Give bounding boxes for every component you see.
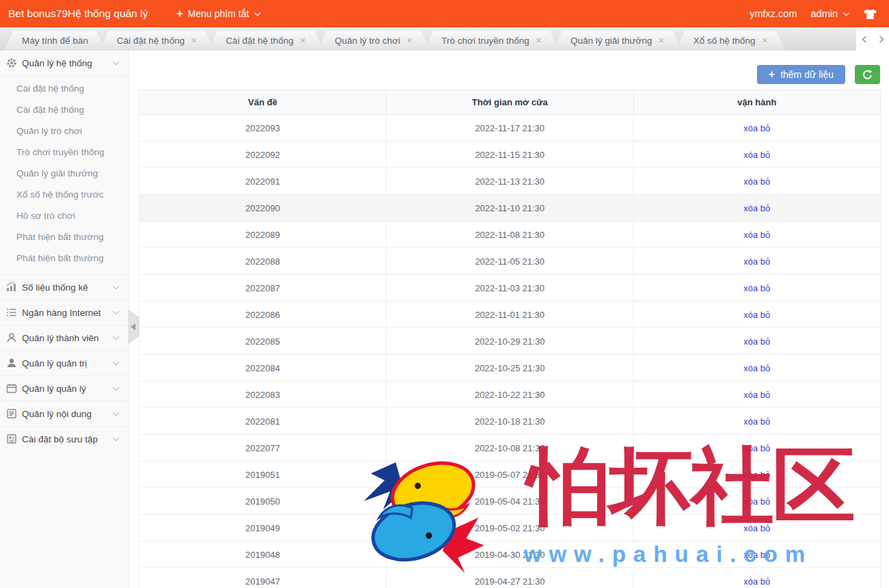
- tab-close-icon[interactable]: ✕: [406, 37, 412, 44]
- chevron-left-icon[interactable]: [859, 31, 869, 46]
- sidebar-item-0-4[interactable]: Quản lý giải thưởng: [0, 163, 128, 184]
- chevron-down-icon: [112, 386, 120, 391]
- issue-cell: 2022092: [140, 142, 386, 168]
- shortcut-menu-button[interactable]: + Menu phím tắt: [176, 8, 261, 19]
- delete-link[interactable]: xóa bỏ: [743, 363, 770, 373]
- chevron-down-icon: [842, 12, 850, 16]
- sidebar-group-0[interactable]: Quản lý hệ thống: [0, 51, 128, 75]
- table-row: 20220912022-11-13 21:30xóa bỏ: [140, 168, 881, 195]
- tab-close-icon[interactable]: ✕: [535, 37, 542, 44]
- sidebar-group-1[interactable]: Số liệu thống kê: [0, 274, 128, 299]
- sidebar-group-label: Quản lý quản lý: [22, 384, 86, 394]
- tab-6[interactable]: Xổ số hệ thống✕: [676, 31, 786, 51]
- user-menu[interactable]: admin: [811, 8, 851, 19]
- member-icon: [6, 332, 17, 343]
- delete-link[interactable]: xóa bỏ: [743, 550, 770, 560]
- action-cell: xóa bỏ: [633, 222, 880, 248]
- sidebar-item-0-6[interactable]: Hồ sơ trò chơi: [0, 205, 128, 226]
- content-icon: [6, 408, 17, 419]
- sidebar-item-0-5[interactable]: Xổ số hệ thống trước: [0, 184, 128, 205]
- column-header-2: vận hành: [633, 90, 880, 115]
- tab-3[interactable]: Quản lý trò chơi✕: [317, 31, 430, 51]
- sidebar-item-0-8[interactable]: Phát hiện bất thường: [0, 248, 128, 269]
- issue-cell: 2022077: [140, 435, 386, 462]
- tab-close-icon[interactable]: ✕: [761, 37, 767, 44]
- open-time-cell: 2022-11-10 21:30: [386, 195, 633, 222]
- chevron-down-icon: [112, 310, 120, 315]
- delete-link[interactable]: xóa bỏ: [743, 123, 770, 133]
- sidebar-group-4[interactable]: Quản lý quản trị: [0, 350, 128, 375]
- tab-close-icon[interactable]: ✕: [658, 37, 664, 44]
- action-cell: xóa bỏ: [633, 302, 880, 328]
- tab-1[interactable]: Cài đặt hệ thống✕: [99, 31, 215, 51]
- delete-link[interactable]: xóa bỏ: [743, 176, 770, 187]
- sidebar-group-6[interactable]: Quản lý nội dung: [0, 401, 128, 426]
- main-content: + thêm dữ liệu Vấn đềThời gian mở cửavận…: [129, 51, 889, 588]
- open-time-cell: 2022-10-18 21:30: [386, 408, 633, 435]
- tab-label: Cài đặt hệ thống: [226, 36, 293, 46]
- sidebar-item-0-1[interactable]: Cài đặt hệ thống: [0, 99, 128, 120]
- delete-link[interactable]: xóa bỏ: [743, 150, 770, 160]
- sidebar-item-0-2[interactable]: Quản lý trò chơi: [0, 120, 128, 142]
- delete-link[interactable]: xóa bỏ: [743, 230, 770, 240]
- sidebar-group-label: Ngân hàng Internet: [22, 308, 101, 318]
- chevron-right-icon[interactable]: [876, 31, 886, 46]
- issue-cell: 2019050: [140, 488, 386, 515]
- table-row: 20220852022-10-29 21:30xóa bỏ: [140, 328, 881, 355]
- delete-link[interactable]: xóa bỏ: [743, 283, 770, 293]
- sidebar: Quản lý hệ thốngCài đặt hệ thốngCài đặt …: [0, 51, 129, 588]
- tab-close-icon[interactable]: ✕: [300, 37, 306, 44]
- delete-link[interactable]: xóa bỏ: [743, 576, 770, 587]
- issue-cell: 2022089: [140, 222, 386, 248]
- action-cell: xóa bỏ: [633, 115, 880, 142]
- delete-link[interactable]: xóa bỏ: [743, 310, 770, 320]
- table-row: 20220932022-11-17 21:30xóa bỏ: [140, 115, 881, 142]
- tab-0[interactable]: Máy tính để bàn: [4, 31, 106, 51]
- tab-close-icon[interactable]: ✕: [191, 37, 197, 44]
- delete-link[interactable]: xóa bỏ: [743, 390, 770, 400]
- delete-link[interactable]: xóa bỏ: [743, 256, 770, 267]
- add-data-button[interactable]: + thêm dữ liệu: [757, 65, 845, 84]
- refresh-button[interactable]: [855, 65, 880, 84]
- sidebar-item-0-3[interactable]: Trò chơi truyền thống: [0, 142, 128, 163]
- tab-label: Quản lý giải thưởng: [570, 36, 652, 46]
- tab-4[interactable]: Trò chơi truyền thống✕: [424, 31, 560, 51]
- sidebar-group-3[interactable]: Quản lý thành viên: [0, 325, 128, 350]
- action-cell: xóa bỏ: [633, 355, 880, 382]
- delete-link[interactable]: xóa bỏ: [743, 496, 770, 507]
- open-time-cell: 2022-10-25 21:30: [386, 355, 633, 382]
- issue-cell: 2022091: [140, 168, 386, 195]
- sidebar-group-label: Số liệu thống kê: [22, 282, 88, 293]
- tab-2[interactable]: Cài đặt hệ thống✕: [208, 31, 323, 51]
- table-row: 20190502019-05-04 21:30xóa bỏ: [140, 488, 881, 515]
- toolbar: + thêm dữ liệu: [129, 51, 889, 84]
- open-time-cell: 2019-05-07 21:30: [386, 462, 633, 488]
- gear-icon: [6, 57, 17, 68]
- delete-link[interactable]: xóa bỏ: [743, 336, 770, 347]
- action-cell: xóa bỏ: [633, 515, 880, 542]
- tab-5[interactable]: Quản lý giải thưởng✕: [553, 31, 682, 51]
- chart-icon: [6, 282, 17, 293]
- action-cell: xóa bỏ: [633, 168, 880, 195]
- table-row: 20190472019-04-27 21:30xóa bỏ: [140, 568, 881, 588]
- issue-cell: 2022081: [140, 408, 386, 435]
- delete-link[interactable]: xóa bỏ: [743, 416, 770, 427]
- action-cell: xóa bỏ: [633, 462, 880, 488]
- sidebar-group-5[interactable]: Quản lý quản lý: [0, 375, 128, 401]
- table-row: 20220842022-10-25 21:30xóa bỏ: [140, 355, 881, 382]
- chevron-down-icon: [254, 12, 261, 16]
- chevron-down-icon: [112, 336, 120, 340]
- sidebar-group-7[interactable]: Cài đặt bộ sưu tập: [0, 426, 128, 451]
- sidebar-item-0-0[interactable]: Cài đặt hệ thống: [0, 78, 128, 99]
- theme-tshirt-icon[interactable]: [864, 9, 877, 19]
- delete-link[interactable]: xóa bỏ: [743, 470, 770, 480]
- action-cell: xóa bỏ: [633, 248, 880, 275]
- delete-link[interactable]: xóa bỏ: [743, 443, 770, 453]
- delete-link[interactable]: xóa bỏ: [743, 523, 770, 533]
- issue-cell: 2022083: [140, 382, 386, 408]
- open-time-cell: 2019-05-02 21:30: [386, 515, 633, 542]
- sidebar-group-2[interactable]: Ngân hàng Internet: [0, 299, 128, 325]
- delete-link[interactable]: xóa bỏ: [743, 203, 770, 213]
- action-cell: xóa bỏ: [633, 568, 880, 588]
- sidebar-item-0-7[interactable]: Phát hiện bất thường: [0, 226, 128, 248]
